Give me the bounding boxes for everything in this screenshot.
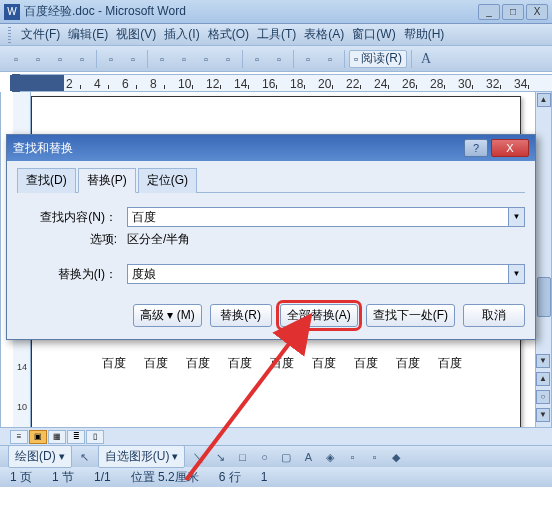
advanced-button[interactable]: 高级 ▾ (M) [133,304,202,327]
menu-file[interactable]: 文件(F) [17,24,64,45]
dialog-help-button[interactable]: ? [464,139,488,157]
browse-next-icon[interactable]: ▼ [536,408,550,422]
browse-object-icon[interactable]: ○ [536,390,550,404]
style-a-icon[interactable]: A [416,49,436,69]
textbox-icon[interactable]: ▢ [277,448,295,466]
print-layout-view-button[interactable]: ▣ [29,430,47,444]
close-button[interactable]: X [526,4,548,20]
menu-window[interactable]: 窗口(W) [348,24,399,45]
menu-edit[interactable]: 编辑(E) [64,24,112,45]
wordart-icon[interactable]: A [299,448,317,466]
view-buttons: ≡ ▣ ▦ ≣ ▯ [0,427,552,445]
replace-input[interactable] [127,264,509,284]
reading-view-button[interactable]: ▯ [86,430,104,444]
status-line: 6 行 [219,469,241,486]
replace-dropdown-icon[interactable]: ▼ [509,264,525,284]
new-doc-icon[interactable]: ▫ [6,49,26,69]
word-icon: W [4,4,20,20]
document-text[interactable]: 百度百度百度百度百度百度百度百度百度 [102,355,462,372]
fill-color-icon[interactable]: ◆ [387,448,405,466]
minimize-button[interactable]: _ [478,4,500,20]
web-view-button[interactable]: ▦ [48,430,66,444]
tab-replace[interactable]: 替换(P) [78,168,136,193]
dialog-close-button[interactable]: X [491,139,529,157]
window-title: 百度经验.doc - Microsoft Word [24,3,476,20]
replace-one-button[interactable]: 替换(R) [210,304,272,327]
options-label: 选项: [17,231,127,248]
rectangle-icon[interactable]: □ [233,448,251,466]
status-page: 1 页 [10,469,32,486]
oval-icon[interactable]: ○ [255,448,273,466]
autoshapes-menu[interactable]: 自选图形(U) ▾ [98,445,186,468]
find-replace-dialog: 查找和替换 ? X 查找(D) 替换(P) 定位(G) 查找内容(N)： ▼ 选… [6,134,536,340]
line-icon[interactable]: ＼ [189,448,207,466]
menu-tools[interactable]: 工具(T) [253,24,300,45]
diagram-icon[interactable]: ◈ [321,448,339,466]
find-next-button[interactable]: 查找下一处(F) [366,304,455,327]
toolbar: ▫ ▫ ▫ ▫ ▫ ▫ ▫ ▫ ▫ ▫ ▫ ▫ ▫ ▫ ▫ 阅读(R) A [0,46,552,72]
clipart-icon[interactable]: ▫ [343,448,361,466]
menu-format[interactable]: 格式(O) [204,24,253,45]
menu-table[interactable]: 表格(A) [300,24,348,45]
columns-icon[interactable]: ▫ [320,49,340,69]
picture-icon[interactable]: ▫ [365,448,383,466]
arrow-icon[interactable]: ↘ [211,448,229,466]
table-icon[interactable]: ▫ [298,49,318,69]
menu-insert[interactable]: 插入(I) [160,24,203,45]
find-label: 查找内容(N)： [17,209,127,226]
menubar: 文件(F) 编辑(E) 视图(V) 插入(I) 格式(O) 工具(T) 表格(A… [0,24,552,46]
normal-view-button[interactable]: ≡ [10,430,28,444]
dialog-title: 查找和替换 [13,140,461,157]
save-icon[interactable]: ▫ [50,49,70,69]
menu-help[interactable]: 帮助(H) [400,24,449,45]
drawing-toolbar: 绘图(D) ▾ ↖ 自选图形(U) ▾ ＼ ↘ □ ○ ▢ A ◈ ▫ ▫ ◆ [0,445,552,467]
spelling-icon[interactable]: ▫ [152,49,172,69]
print-icon[interactable]: ▫ [101,49,121,69]
read-mode-button[interactable]: ▫ 阅读(R) [349,50,407,68]
vertical-scrollbar[interactable]: ▲ ▼ ▲ ○ ▼ [535,92,551,427]
tab-goto[interactable]: 定位(G) [138,168,197,193]
tab-find[interactable]: 查找(D) [17,168,76,193]
find-input[interactable] [127,207,509,227]
outline-view-button[interactable]: ≣ [67,430,85,444]
scroll-thumb[interactable] [537,277,551,317]
undo-icon[interactable]: ▫ [247,49,267,69]
horizontal-ruler[interactable]: 246810121416182022242628303234 [20,74,552,92]
select-objects-icon[interactable]: ↖ [76,448,94,466]
menubar-handle[interactable] [8,27,11,43]
status-pages: 1/1 [94,470,111,484]
scroll-down-icon[interactable]: ▼ [536,354,550,368]
copy-icon[interactable]: ▫ [196,49,216,69]
cut-icon[interactable]: ▫ [174,49,194,69]
dialog-titlebar[interactable]: 查找和替换 ? X [7,135,535,161]
status-section: 1 节 [52,469,74,486]
cancel-button[interactable]: 取消 [463,304,525,327]
browse-prev-icon[interactable]: ▲ [536,372,550,386]
preview-icon[interactable]: ▫ [123,49,143,69]
replace-label: 替换为(I)： [17,266,127,283]
permission-icon[interactable]: ▫ [72,49,92,69]
replace-all-button[interactable]: 全部替换(A) [280,304,358,327]
redo-icon[interactable]: ▫ [269,49,289,69]
maximize-button[interactable]: □ [502,4,524,20]
options-value: 区分全/半角 [127,231,190,248]
status-col: 1 [261,470,268,484]
window-titlebar: W 百度经验.doc - Microsoft Word _ □ X [0,0,552,24]
scroll-up-icon[interactable]: ▲ [537,93,551,107]
statusbar: 1 页 1 节 1/1 位置 5.2厘米 6 行 1 [0,467,552,487]
find-dropdown-icon[interactable]: ▼ [509,207,525,227]
dialog-tabs: 查找(D) 替换(P) 定位(G) [17,167,525,193]
menu-view[interactable]: 视图(V) [112,24,160,45]
paste-icon[interactable]: ▫ [218,49,238,69]
draw-menu[interactable]: 绘图(D) ▾ [8,445,72,468]
status-position: 位置 5.2厘米 [131,469,199,486]
open-icon[interactable]: ▫ [28,49,48,69]
